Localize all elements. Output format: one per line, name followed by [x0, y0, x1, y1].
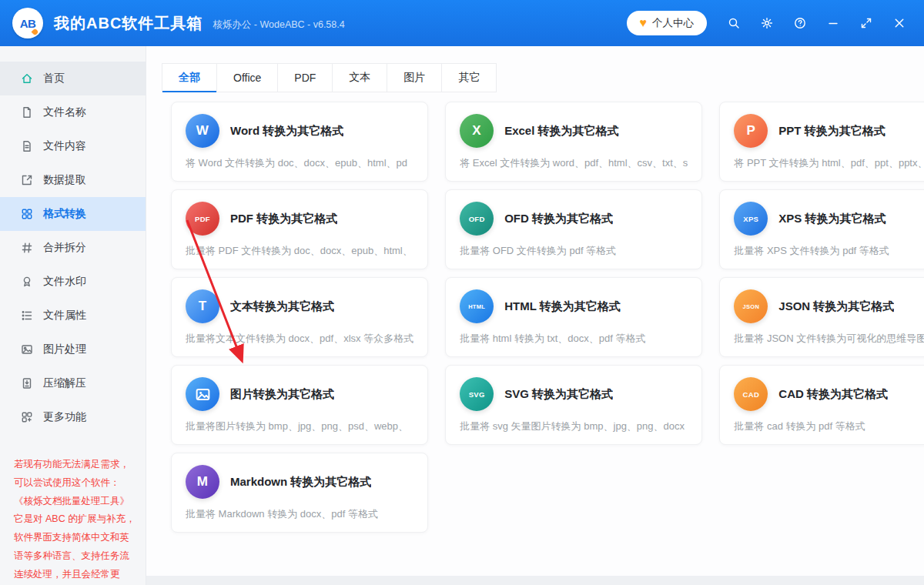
tool-card-grid: W Word 转换为其它格式 将 Word 文件转换为 doc、docx、epu…: [171, 102, 892, 533]
minimize-button[interactable]: [827, 17, 839, 29]
extract-icon: [21, 174, 33, 186]
watermark-icon: [21, 276, 33, 288]
zip-icon: [21, 377, 33, 389]
card-title: SVG 转换为其它格式: [504, 387, 613, 402]
card-description: 批量将 PDF 文件转换为 doc、docx、epub、html、: [186, 244, 413, 258]
sidebar-item-file-name[interactable]: 文件名称: [0, 95, 146, 129]
tool-card-xps[interactable]: XPS XPS 转换为其它格式 批量将 XPS 文件转换为 pdf 等格式: [719, 189, 924, 269]
list-icon: [21, 309, 33, 322]
card-title: HTML 转换为其它格式: [504, 299, 621, 314]
minimize-icon: [827, 17, 839, 29]
tab-text[interactable]: 文本: [333, 63, 387, 92]
file-text-icon: [21, 140, 33, 152]
tool-card-image[interactable]: 图片转换为其它格式 批量将图片转换为 bmp、jpg、png、psd、webp、: [171, 365, 428, 445]
tab-other[interactable]: 其它: [442, 63, 497, 92]
tab-pdf[interactable]: PDF: [278, 63, 333, 92]
app-logo-icon: AB: [12, 8, 43, 38]
user-center-button[interactable]: ♥ 个人中心: [627, 11, 708, 35]
more-icon: [21, 411, 33, 423]
logo-text: AB: [20, 17, 36, 30]
card-description: 批量将图片转换为 bmp、jpg、png、psd、webp、: [186, 420, 413, 433]
tool-card-json[interactable]: JSON JSON 转换为其它格式 批量将 JSON 文件转换为可视化的思维导图…: [719, 277, 924, 357]
card-title: PDF 转换为其它格式: [230, 212, 337, 226]
card-description: 将 Excel 文件转换为 word、pdf、html、csv、txt、s: [460, 156, 688, 170]
help-icon: [794, 17, 806, 29]
sidebar-item-image-process[interactable]: 图片处理: [0, 333, 146, 366]
sidebar-item-home[interactable]: 首页: [0, 62, 146, 95]
card-title: XPS 转换为其它格式: [778, 212, 886, 226]
card-description: 批量将 html 转换为 txt、docx、pdf 等格式: [460, 332, 688, 346]
tool-card-word[interactable]: W Word 转换为其它格式 将 Word 文件转换为 doc、docx、epu…: [171, 102, 428, 182]
settings-button[interactable]: [761, 17, 773, 29]
card-description: 批量将 JSON 文件转换为可视化的思维导图或其它格: [734, 332, 924, 346]
sidebar-item-zip[interactable]: 压缩解压: [0, 366, 146, 400]
maximize-icon: [860, 17, 872, 29]
card-title: PPT 转换为其它格式: [778, 124, 885, 139]
sidebar-item-file-content[interactable]: 文件内容: [0, 129, 146, 163]
card-title: Markdown 转换为其它格式: [230, 475, 371, 490]
tool-card-ppt[interactable]: P PPT 转换为其它格式 将 PPT 文件转换为 html、pdf、ppt、p…: [719, 102, 924, 182]
main-content: 全部 Office PDF 文本 图片 其它 W Word 转换为其它格式 将 …: [146, 46, 924, 585]
tool-card-ofd[interactable]: OFD OFD 转换为其它格式 批量将 OFD 文件转换为 pdf 等格式: [445, 189, 702, 269]
tab-office[interactable]: Office: [217, 63, 278, 92]
card-description: 批量将 OFD 文件转换为 pdf 等格式: [460, 244, 688, 258]
sidebar-item-file-watermark[interactable]: 文件水印: [0, 265, 146, 299]
markdown-badge-icon: M: [186, 465, 219, 499]
sidebar-item-file-props[interactable]: 文件属性: [0, 299, 146, 333]
sidebar-promo-text: 若现有功能无法满足需求，可以尝试使用这个软件：《核烁文档批量处理工具》它是对 A…: [14, 456, 136, 585]
sidebar-item-label: 格式转换: [43, 207, 86, 221]
search-button[interactable]: [728, 17, 740, 29]
tool-card-markdown[interactable]: M Markdown 转换为其它格式 批量将 Markdown 转换为 docx…: [171, 453, 428, 533]
tool-card-text[interactable]: T 文本转换为其它格式 批量将文本文件转换为 docx、pdf、xlsx 等众多…: [171, 277, 428, 357]
app-title: 我的ABC软件工具箱: [54, 13, 203, 34]
sidebar-item-label: 数据提取: [43, 173, 86, 187]
tool-card-excel[interactable]: X Excel 转换为其它格式 将 Excel 文件转换为 word、pdf、h…: [445, 102, 702, 182]
svg-badge-icon: SVG: [460, 377, 494, 411]
tab-image[interactable]: 图片: [387, 63, 442, 92]
card-description: 将 PPT 文件转换为 html、pdf、ppt、pptx、xps 等: [734, 156, 924, 170]
tool-card-cad[interactable]: CAD CAD 转换为其它格式 批量将 cad 转换为 pdf 等格式: [719, 365, 924, 445]
hash-icon: [21, 242, 33, 254]
sidebar-item-label: 图片处理: [43, 343, 86, 356]
titlebar: AB 我的ABC软件工具箱 核烁办公 - WodeABC - v6.58.4 ♥…: [0, 0, 924, 46]
file-icon: [21, 106, 33, 119]
image-badge-icon: [186, 377, 219, 411]
sidebar-item-label: 文件属性: [43, 309, 86, 323]
card-title: CAD 转换为其它格式: [778, 387, 888, 402]
excel-badge-icon: X: [460, 114, 494, 148]
ofd-badge-icon: OFD: [460, 202, 494, 236]
card-description: 将 Word 文件转换为 doc、docx、epub、html、pd: [186, 156, 413, 170]
sidebar-item-merge-split[interactable]: 合并拆分: [0, 231, 146, 265]
sidebar-item-more[interactable]: 更多功能: [0, 400, 146, 434]
member-badge-icon: ♥: [640, 17, 648, 29]
titlebar-icon-buttons: [728, 17, 906, 29]
tool-card-svg[interactable]: SVG SVG 转换为其它格式 批量将 svg 矢量图片转换为 bmp、jpg、…: [445, 365, 702, 445]
sidebar: 首页 文件名称 文件内容 数据提取 格式转换 合并拆分 文件水印 文件属性 图片…: [0, 46, 146, 585]
sidebar-item-label: 首页: [43, 72, 65, 85]
user-center-label: 个人中心: [652, 16, 694, 30]
close-button[interactable]: [893, 17, 906, 29]
settings-icon: [761, 17, 773, 29]
maximize-button[interactable]: [860, 17, 872, 29]
sidebar-item-label: 文件内容: [43, 139, 86, 153]
sidebar-item-label: 文件水印: [43, 275, 86, 289]
sidebar-item-label: 文件名称: [43, 105, 86, 119]
word-badge-icon: W: [186, 114, 219, 148]
html-badge-icon: HTML: [460, 289, 494, 323]
cad-badge-icon: CAD: [734, 377, 768, 411]
ppt-badge-icon: P: [734, 114, 768, 148]
app-subtitle: 核烁办公 - WodeABC - v6.58.4: [213, 18, 344, 32]
tool-card-pdf[interactable]: PDF PDF 转换为其它格式 批量将 PDF 文件转换为 doc、docx、e…: [171, 189, 428, 269]
sidebar-item-label: 更多功能: [43, 410, 86, 424]
tool-card-html[interactable]: HTML HTML 转换为其它格式 批量将 html 转换为 txt、docx、…: [445, 277, 702, 357]
help-button[interactable]: [794, 17, 806, 29]
sidebar-item-data-extract[interactable]: 数据提取: [0, 163, 146, 197]
category-tabs: 全部 Office PDF 文本 图片 其它: [162, 63, 892, 92]
xps-badge-icon: XPS: [734, 202, 768, 236]
sidebar-nav: 首页 文件名称 文件内容 数据提取 格式转换 合并拆分 文件水印 文件属性 图片…: [0, 62, 146, 434]
sidebar-item-format-convert[interactable]: 格式转换: [0, 197, 146, 231]
card-title: Excel 转换为其它格式: [504, 124, 618, 139]
card-description: 批量将 cad 转换为 pdf 等格式: [734, 420, 924, 433]
tab-all[interactable]: 全部: [162, 63, 217, 92]
card-title: JSON 转换为其它格式: [778, 299, 894, 314]
